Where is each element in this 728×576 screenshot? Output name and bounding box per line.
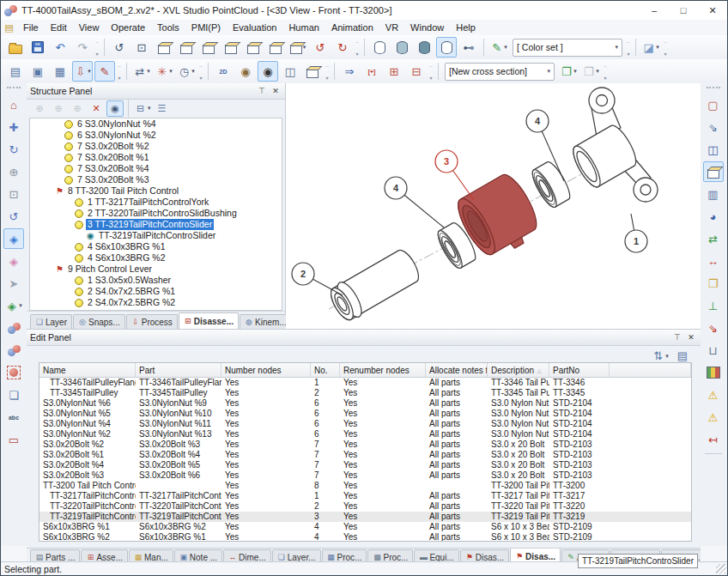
column-header-numbernodes[interactable]: Number nodes	[221, 363, 311, 377]
render-white-button[interactable]	[436, 37, 457, 58]
table-row[interactable]: S3.0NylonNut %5S3.0NylonNut %10Yes6YesAl…	[39, 409, 691, 419]
process-tree-button[interactable]: ⇩▾	[72, 61, 93, 82]
tree-item[interactable]: 4 S6x10x3BRG %1	[30, 241, 282, 252]
menu-pmip[interactable]: PMI(P)	[185, 20, 227, 35]
export-image-button[interactable]: ⇘	[703, 117, 724, 137]
part-bearing-right[interactable]	[529, 159, 574, 209]
split-view-button[interactable]: ◫	[280, 61, 300, 82]
pin-icon[interactable]: ⊤	[671, 331, 683, 343]
view-cube-left-button[interactable]	[198, 37, 219, 58]
render-wireframe-button[interactable]	[369, 37, 390, 58]
fit-view-button[interactable]: ⊡	[131, 37, 152, 58]
table-row[interactable]: S3.0x20Bolt %3S3.0x20Bolt %6Yes7YesAll p…	[39, 470, 691, 481]
close-icon[interactable]: ✕	[685, 331, 697, 343]
menu-vr[interactable]: VR	[379, 20, 404, 35]
cross-section-view-button[interactable]: ❐▾	[558, 61, 579, 82]
hierarchy-panel-button[interactable]: ▦	[50, 61, 70, 82]
menu-file[interactable]: File	[17, 20, 45, 35]
structure-tab-process[interactable]: ⇩Process	[126, 314, 178, 329]
node-line-button[interactable]: ⊷	[458, 37, 479, 58]
tree-options-button[interactable]: ⊟▾	[133, 100, 152, 117]
table-row[interactable]: S3.0x20Bolt %1S3.0x20Bolt %4Yes7YesAll p…	[39, 450, 691, 460]
menu-tools[interactable]: Tools	[151, 20, 185, 35]
undo-button[interactable]: ↶	[50, 37, 70, 58]
erase-part-button[interactable]: ◈	[3, 251, 24, 271]
zoom-node2-button[interactable]: ⊕	[50, 100, 67, 117]
table-row[interactable]: TT-3346TailPulleyFlangeTT-3346TailPulley…	[39, 378, 691, 388]
clamp-tool-button[interactable]: ⊔	[703, 340, 724, 361]
dimension-red-button[interactable]: ↤	[703, 429, 724, 450]
zoom-node-button[interactable]: ⊕	[31, 100, 48, 117]
structure-tab-layer[interactable]: ❏Layer	[30, 314, 72, 329]
section-book-button[interactable]: ❐	[703, 273, 724, 294]
color-set-select[interactable]: [ Color set ]▾	[513, 39, 622, 57]
open-button[interactable]	[5, 37, 26, 58]
cross-section-corner-button[interactable]: ⊟	[406, 61, 427, 82]
tree-item[interactable]: 2 TT-3220TailPitchControSlidBushing	[30, 208, 282, 219]
table-row[interactable]: S3.0NylonNut %4S3.0NylonNut %11Yes6YesAl…	[39, 419, 691, 429]
dimension-ruler-button[interactable]: ↔	[703, 251, 724, 271]
home-view-button[interactable]: ⌂	[3, 94, 24, 115]
toolbar-overflow[interactable]	[94, 38, 100, 57]
minimize-button[interactable]: –	[640, 1, 669, 20]
select-region-button[interactable]: ▢	[703, 94, 724, 115]
view-cube-front-button[interactable]	[154, 37, 174, 58]
view-cube-top-button[interactable]	[243, 37, 264, 58]
toolbar-overflow[interactable]	[625, 38, 632, 57]
tree-item[interactable]: 6 S3.0NylonNut %2	[30, 130, 282, 141]
animation-clock-button[interactable]: ◷▾	[176, 61, 197, 82]
parts-list-button[interactable]: ▥	[703, 184, 724, 204]
pan-button[interactable]: ✚	[3, 117, 24, 137]
zoom-window-button[interactable]: ⊡	[3, 184, 24, 204]
table-row[interactable]: S3.0x20Bolt %4S3.0x20Bolt %5Yes7YesAll p…	[39, 460, 691, 470]
column-header-description[interactable]: Description△	[488, 363, 549, 377]
close-icon[interactable]: ✕	[270, 85, 282, 97]
toolbar-overflow[interactable]	[116, 62, 123, 81]
move-arrows-button[interactable]: ⇄	[703, 228, 724, 249]
warning-gray-button[interactable]: ⚠	[703, 385, 724, 405]
balloon-4[interactable]: 4	[385, 177, 444, 227]
copy-object-button[interactable]: ❏	[3, 385, 24, 405]
save-button[interactable]	[27, 37, 48, 58]
menu-help[interactable]: Help	[450, 20, 482, 35]
rotate-reset-button[interactable]: ↺	[3, 206, 24, 227]
distance-measure-button[interactable]: ⇘	[703, 318, 724, 338]
tree-item[interactable]: 1 TT-3217TailPitchControlYork	[30, 197, 282, 208]
orbit-button[interactable]: ↻	[3, 139, 24, 160]
render-shaded-edges-button[interactable]	[414, 37, 434, 58]
tree-item[interactable]: 1 S3.0x5x0.5Washer	[30, 275, 282, 286]
cross-section-add-button[interactable]: ⊞	[384, 61, 404, 82]
table-row[interactable]: S3.0NylonNut %2S3.0NylonNut %13Yes6YesAl…	[39, 429, 691, 440]
column-header-renumbernodes[interactable]: Renumber nodes	[340, 363, 426, 377]
tree-item[interactable]: 2 S4.0x7x2.5BRG %2	[30, 297, 282, 308]
measure-ruler-button[interactable]: ▭	[3, 429, 24, 450]
sphere-select-button[interactable]	[3, 362, 24, 383]
tree-item[interactable]: 4 S6x10x3BRG %2	[30, 252, 282, 264]
tree-item[interactable]: 7 S3.0x20Bolt %2	[30, 141, 282, 152]
column-header-name[interactable]: Name	[39, 363, 136, 377]
toolbar-overflow[interactable]	[662, 38, 669, 57]
menu-operate[interactable]: Operate	[105, 20, 151, 35]
tree-item[interactable]: 7 S3.0x20Bolt %3	[30, 174, 282, 185]
view-cube-back-button[interactable]	[176, 37, 197, 58]
view-cube-bottom-button[interactable]	[265, 37, 286, 58]
column-header-partno[interactable]: PartNo	[549, 363, 610, 377]
part-yoke[interactable]	[568, 88, 658, 202]
delete-node-button[interactable]: ✕	[88, 100, 105, 117]
tree-item[interactable]: ⚑8 TT-3200 Tail Pitch Control	[30, 185, 282, 197]
rotate-left-button[interactable]: ↺	[310, 37, 331, 58]
table-row[interactable]: S6x10x3BRG %1S6x10x3BRG %2Yes4YesAll par…	[39, 522, 691, 532]
spheres-blue-button[interactable]	[3, 340, 24, 361]
toolbar-overflow[interactable]	[428, 62, 434, 81]
close-button[interactable]: ✕	[698, 1, 727, 20]
column-header-part[interactable]: Part	[136, 363, 221, 377]
table-row[interactable]: TT-3219TailPitchContro...TT-3219TailPitc…	[39, 512, 691, 522]
structure-tab-disasse[interactable]: ⊞Disasse...	[179, 312, 239, 329]
move-part-button[interactable]: ◈▾	[3, 295, 24, 316]
paint-bucket-button[interactable]: ◪▾	[640, 37, 661, 58]
menu-edit[interactable]: Edit	[45, 20, 73, 35]
menu-human[interactable]: Human	[282, 20, 325, 35]
image-panel-button[interactable]: ▣	[27, 61, 48, 82]
warning-blue-button[interactable]: ⚠	[703, 407, 724, 427]
export-xvl-button[interactable]: ⇒	[339, 61, 360, 82]
